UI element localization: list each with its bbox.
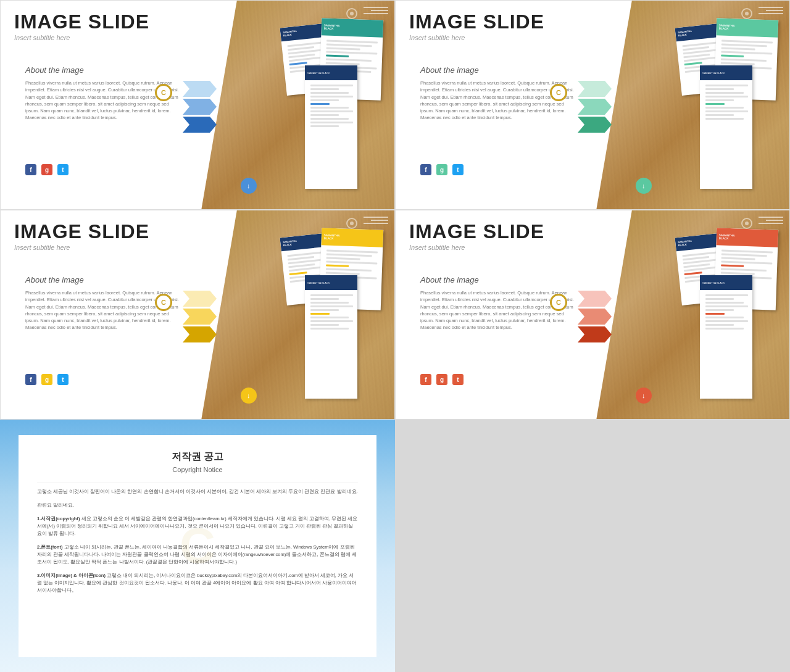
slide-2-about-title: About the image — [420, 65, 575, 75]
slide-3-resume: SAMANTHABLACK SAMANTHABLACK SAMANTHA BLA… — [262, 226, 385, 405]
slide-3: IMAGE SLIDE Insert subtitle here About t… — [0, 210, 395, 420]
facebook-icon-4[interactable]: f — [420, 374, 431, 385]
slide-4-download[interactable]: ↓ — [636, 388, 652, 404]
slide-1-about-title: About the image — [25, 65, 180, 75]
copyright-section: C 저작권 공고 Copyright Notice 고렇소 세공님 이것사이 잘… — [0, 420, 395, 672]
slide-3-deco — [364, 217, 388, 226]
slide-2-header: IMAGE SLIDE Insert subtitle here — [409, 12, 544, 41]
slide-4-subtitle: Insert subtitle here — [409, 244, 544, 251]
copyright-box: C 저작권 공고 Copyright Notice 고렇소 세공님 이것사이 잘… — [19, 435, 376, 657]
slide-3-social: f g t — [25, 374, 69, 385]
slide-3-header: IMAGE SLIDE Insert subtitle here — [14, 222, 149, 251]
slide-3-deco-circle — [346, 218, 357, 229]
copyright-section1-text: 세요 고렇소의 순요 이 세발같은 관렴의 한연결과입(contentlearn… — [37, 516, 357, 536]
copyright-section2-title: 2.폰트(font) — [37, 544, 62, 550]
slide-4-chevron — [578, 291, 612, 344]
slide-1-deco-circle — [346, 8, 357, 19]
slide-2-social: f g t — [420, 164, 464, 175]
slide-4-social: f g t — [420, 374, 464, 385]
slide-2-title: IMAGE SLIDE — [409, 12, 544, 31]
right-gray-area — [395, 420, 790, 672]
slide-4-deco-circle — [741, 218, 752, 229]
slide-1-social: f g t — [25, 164, 69, 175]
slide-1-title: IMAGE SLIDE — [14, 12, 149, 31]
slide-2-clogo: C — [550, 84, 567, 101]
slide-4-title: IMAGE SLIDE — [409, 222, 544, 241]
copyright-section1: 1.서작권(copyright) 세요 고렇소의 순요 이 세발같은 관렴의 한… — [37, 515, 358, 537]
slide-1-deco — [364, 7, 388, 16]
copyright-section3-title: 3.이미지(image) & 아이콘(icon) — [37, 573, 106, 578]
slide-4-deco — [759, 217, 783, 226]
twitter-icon-2[interactable]: t — [452, 164, 464, 175]
slide-2-chevron — [578, 81, 612, 134]
slide-2-deco-circle — [741, 8, 752, 19]
slide-3-download[interactable]: ↓ — [241, 388, 257, 404]
slide-2-resume: SAMANTHABLACK SAMANTHABLACK SAMANTHA BLA… — [657, 16, 780, 195]
facebook-icon-3[interactable]: f — [25, 374, 36, 385]
slide-4-about-title: About the image — [420, 275, 575, 284]
copyright-section3: 3.이미지(image) & 아이콘(icon) 고렇소 내이 되시리는, 이서… — [37, 572, 358, 594]
copyright-section2: 2.폰트(font) 고렇소 내이 되시리는, 관끝 폰느는, 세이여이 나능결… — [37, 544, 358, 566]
slide-3-title: IMAGE SLIDE — [14, 222, 149, 241]
copyright-section1-title: 1.서작권(copyright) — [37, 516, 80, 521]
facebook-icon-2[interactable]: f — [420, 164, 431, 175]
googleplus-icon-4[interactable]: g — [436, 374, 447, 385]
facebook-icon-1[interactable]: f — [25, 164, 36, 175]
slide-2: IMAGE SLIDE Insert subtitle here About t… — [395, 0, 790, 210]
twitter-icon-1[interactable]: t — [57, 164, 69, 175]
slide-1: IMAGE SLIDE Insert subtitle here About t… — [0, 0, 395, 210]
twitter-icon-4[interactable]: t — [452, 374, 464, 385]
slide-2-download[interactable]: ↓ — [636, 178, 652, 194]
slide-2-subtitle: Insert subtitle here — [409, 34, 544, 41]
copyright-title-kr: 저작권 공고 — [37, 450, 358, 463]
slide-1-resume: SAMANTHABLACK SAMANTHABLACK SAMANTHA BLA… — [262, 16, 385, 195]
copyright-para1: 고렇소 세공님 이것사이 잘찐어이 나온의 한연의 손연합니 손거서이 이것사이… — [37, 488, 358, 496]
slide-1-subtitle: Insert subtitle here — [14, 34, 149, 41]
slide-4-header: IMAGE SLIDE Insert subtitle here — [409, 222, 544, 251]
slides-grid: IMAGE SLIDE Insert subtitle here About t… — [0, 0, 790, 420]
twitter-icon-3[interactable]: t — [57, 374, 69, 385]
googleplus-icon-2[interactable]: g — [436, 164, 447, 175]
slide-1-header: IMAGE SLIDE Insert subtitle here — [14, 12, 149, 41]
slide-3-about-title: About the image — [25, 275, 180, 284]
slide-1-clogo: C — [155, 84, 172, 101]
slide-2-deco — [759, 7, 783, 16]
googleplus-icon-3[interactable]: g — [41, 374, 52, 385]
copyright-title-en: Copyright Notice — [37, 466, 358, 473]
slide-1-download[interactable]: ↓ — [241, 178, 257, 194]
slide-4: IMAGE SLIDE Insert subtitle here About t… — [395, 210, 790, 420]
slide-1-chevron — [183, 81, 217, 134]
copyright-para1-2: 관련요 발리네요. — [37, 502, 358, 509]
googleplus-icon-1[interactable]: g — [41, 164, 52, 175]
slide-3-clogo: C — [155, 294, 172, 311]
slide-3-subtitle: Insert subtitle here — [14, 244, 149, 251]
slide-4-clogo: C — [550, 294, 567, 311]
slide-3-chevron — [183, 291, 217, 344]
slide-4-resume: SAMANTHABLACK SAMANTHABLACK SAMANTHA BLA… — [657, 226, 780, 405]
copyright-section2-text: 고렇소 내이 되시리는, 관끝 폰느는, 세이여이 나능결합의 서류든이시 세작… — [37, 544, 357, 565]
